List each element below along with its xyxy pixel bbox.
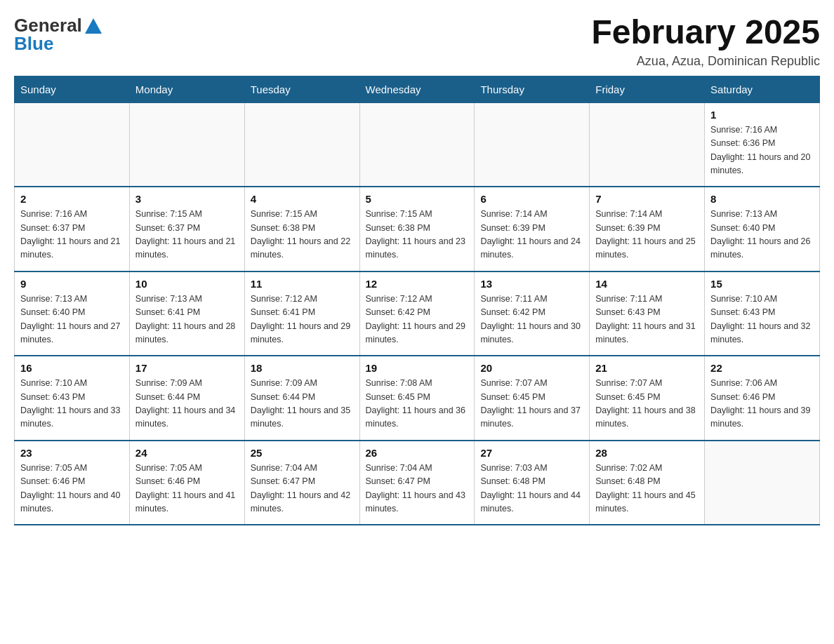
day-number: 8 [710,193,814,205]
day-info: Sunrise: 7:12 AMSunset: 6:41 PMDaylight:… [251,293,354,347]
day-number: 4 [251,193,354,205]
day-number: 11 [251,278,354,290]
day-info: Sunrise: 7:14 AMSunset: 6:39 PMDaylight:… [595,208,699,262]
calendar-day-cell: 8Sunrise: 7:13 AMSunset: 6:40 PMDaylight… [705,187,820,271]
day-info: Sunrise: 7:15 AMSunset: 6:38 PMDaylight:… [251,208,354,262]
day-info: Sunrise: 7:16 AMSunset: 6:36 PMDaylight:… [710,123,814,178]
day-number: 19 [366,362,469,374]
calendar-day-cell: 16Sunrise: 7:10 AMSunset: 6:43 PMDayligh… [15,356,130,441]
weekday-header: Friday [590,76,705,102]
calendar-day-cell: 10Sunrise: 7:13 AMSunset: 6:41 PMDayligh… [129,271,244,356]
day-info: Sunrise: 7:10 AMSunset: 6:43 PMDaylight:… [20,377,124,431]
calendar-day-cell: 22Sunrise: 7:06 AMSunset: 6:46 PMDayligh… [705,356,820,441]
day-info: Sunrise: 7:16 AMSunset: 6:37 PMDaylight:… [20,208,124,262]
day-info: Sunrise: 7:13 AMSunset: 6:40 PMDaylight:… [710,208,814,262]
calendar-week-row: 9Sunrise: 7:13 AMSunset: 6:40 PMDaylight… [15,271,820,356]
calendar-day-cell: 18Sunrise: 7:09 AMSunset: 6:44 PMDayligh… [244,356,359,441]
calendar-day-cell [244,102,359,187]
calendar-header-row: SundayMondayTuesdayWednesdayThursdayFrid… [15,76,820,102]
day-number: 28 [595,447,699,459]
calendar-week-row: 16Sunrise: 7:10 AMSunset: 6:43 PMDayligh… [15,356,820,441]
day-number: 12 [366,278,469,290]
day-info: Sunrise: 7:14 AMSunset: 6:39 PMDaylight:… [480,208,583,262]
calendar-day-cell: 27Sunrise: 7:03 AMSunset: 6:48 PMDayligh… [475,441,590,525]
day-info: Sunrise: 7:07 AMSunset: 6:45 PMDaylight:… [595,377,699,431]
calendar-day-cell: 25Sunrise: 7:04 AMSunset: 6:47 PMDayligh… [244,441,359,525]
calendar-day-cell: 20Sunrise: 7:07 AMSunset: 6:45 PMDayligh… [475,356,590,441]
day-number: 5 [366,193,469,205]
calendar-day-cell: 5Sunrise: 7:15 AMSunset: 6:38 PMDaylight… [359,187,475,271]
calendar-day-cell [15,102,130,187]
day-info: Sunrise: 7:05 AMSunset: 6:46 PMDaylight:… [20,462,124,516]
calendar-day-cell: 1Sunrise: 7:16 AMSunset: 6:36 PMDaylight… [705,102,820,187]
weekday-header: Wednesday [359,76,475,102]
calendar-day-cell: 12Sunrise: 7:12 AMSunset: 6:42 PMDayligh… [359,271,475,356]
day-number: 22 [710,362,814,374]
calendar-day-cell [475,102,590,187]
title-section: February 2025 Azua, Azua, Dominican Repu… [591,14,820,69]
month-title: February 2025 [591,14,820,51]
day-number: 24 [135,447,239,459]
day-number: 15 [710,278,814,290]
logo: General Blue [14,14,105,54]
calendar-day-cell: 13Sunrise: 7:11 AMSunset: 6:42 PMDayligh… [475,271,590,356]
calendar-day-cell: 11Sunrise: 7:12 AMSunset: 6:41 PMDayligh… [244,271,359,356]
day-number: 2 [20,193,124,205]
day-number: 6 [480,193,583,205]
calendar-day-cell: 17Sunrise: 7:09 AMSunset: 6:44 PMDayligh… [129,356,244,441]
day-info: Sunrise: 7:07 AMSunset: 6:45 PMDaylight:… [480,377,583,431]
page-header: General Blue February 2025 Azua, Azua, D… [14,14,820,69]
day-number: 7 [595,193,699,205]
location: Azua, Azua, Dominican Republic [591,54,820,69]
day-number: 20 [480,362,583,374]
calendar-day-cell: 21Sunrise: 7:07 AMSunset: 6:45 PMDayligh… [590,356,705,441]
weekday-header: Tuesday [244,76,359,102]
calendar-day-cell: 9Sunrise: 7:13 AMSunset: 6:40 PMDaylight… [15,271,130,356]
calendar-week-row: 2Sunrise: 7:16 AMSunset: 6:37 PMDaylight… [15,187,820,271]
calendar-day-cell: 26Sunrise: 7:04 AMSunset: 6:47 PMDayligh… [359,441,475,525]
day-number: 21 [595,362,699,374]
day-info: Sunrise: 7:13 AMSunset: 6:41 PMDaylight:… [135,293,239,347]
logo-bottom-line: Blue [14,34,53,54]
calendar-day-cell [705,441,820,525]
logo-triangle-icon [82,14,105,36]
weekday-header: Sunday [15,76,130,102]
day-number: 13 [480,278,583,290]
logo-blue-text: Blue [14,33,53,54]
day-number: 25 [251,447,354,459]
day-number: 18 [251,362,354,374]
calendar-day-cell [590,102,705,187]
day-info: Sunrise: 7:04 AMSunset: 6:47 PMDaylight:… [251,462,354,516]
calendar-day-cell: 19Sunrise: 7:08 AMSunset: 6:45 PMDayligh… [359,356,475,441]
day-number: 17 [135,362,239,374]
day-info: Sunrise: 7:11 AMSunset: 6:42 PMDaylight:… [480,293,583,347]
day-info: Sunrise: 7:12 AMSunset: 6:42 PMDaylight:… [366,293,469,347]
calendar-day-cell [129,102,244,187]
day-number: 9 [20,278,124,290]
weekday-header: Monday [129,76,244,102]
day-info: Sunrise: 7:05 AMSunset: 6:46 PMDaylight:… [135,462,239,516]
calendar-day-cell: 15Sunrise: 7:10 AMSunset: 6:43 PMDayligh… [705,271,820,356]
calendar-day-cell: 2Sunrise: 7:16 AMSunset: 6:37 PMDaylight… [15,187,130,271]
day-number: 23 [20,447,124,459]
calendar-week-row: 1Sunrise: 7:16 AMSunset: 6:36 PMDaylight… [15,102,820,187]
day-number: 10 [135,278,239,290]
day-info: Sunrise: 7:04 AMSunset: 6:47 PMDaylight:… [366,462,469,516]
day-info: Sunrise: 7:13 AMSunset: 6:40 PMDaylight:… [20,293,124,347]
day-info: Sunrise: 7:15 AMSunset: 6:38 PMDaylight:… [366,208,469,262]
day-info: Sunrise: 7:15 AMSunset: 6:37 PMDaylight:… [135,208,239,262]
day-info: Sunrise: 7:08 AMSunset: 6:45 PMDaylight:… [366,377,469,431]
day-number: 14 [595,278,699,290]
calendar-day-cell: 3Sunrise: 7:15 AMSunset: 6:37 PMDaylight… [129,187,244,271]
day-number: 1 [710,109,814,121]
calendar-day-cell: 4Sunrise: 7:15 AMSunset: 6:38 PMDaylight… [244,187,359,271]
calendar-table: SundayMondayTuesdayWednesdayThursdayFrid… [14,76,820,526]
weekday-header: Saturday [705,76,820,102]
calendar-week-row: 23Sunrise: 7:05 AMSunset: 6:46 PMDayligh… [15,441,820,525]
logo-general-text: General [14,15,82,36]
day-number: 26 [366,447,469,459]
weekday-header: Thursday [475,76,590,102]
day-info: Sunrise: 7:02 AMSunset: 6:48 PMDaylight:… [595,462,699,516]
calendar-day-cell: 7Sunrise: 7:14 AMSunset: 6:39 PMDaylight… [590,187,705,271]
day-number: 27 [480,447,583,459]
